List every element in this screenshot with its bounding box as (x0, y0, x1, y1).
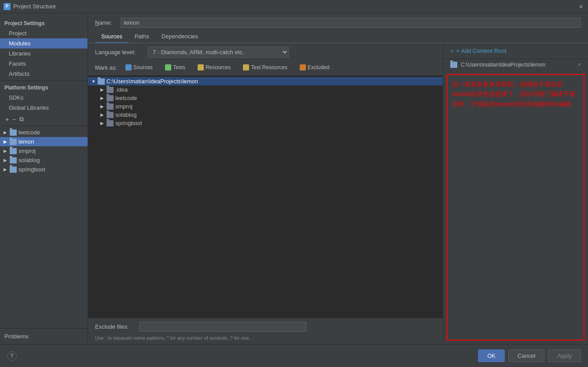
add-module-button[interactable]: + (4, 115, 11, 124)
mark-resources-button[interactable]: Resources (194, 63, 235, 72)
sidebar-item-global-libraries[interactable]: Global Libraries (0, 103, 88, 113)
root-path-label: C:\Users\matian\IdeaProjects\lemon (107, 78, 198, 85)
cancel-button[interactable]: Cancel (508, 349, 544, 362)
name-label: Name: (95, 19, 117, 26)
module-item-leetcode[interactable]: ▶ leetcode (0, 128, 88, 137)
name-input[interactable] (121, 18, 581, 28)
right-panel: Name: Sources Paths Dependencies Languag… (88, 13, 588, 344)
exclude-files-input[interactable] (139, 322, 306, 332)
tree-item-smproj[interactable]: ▶ smproj (88, 102, 443, 111)
sidebar-item-modules[interactable]: Modules (0, 38, 88, 48)
module-item-solablog[interactable]: ▶ solablog (0, 156, 88, 165)
apply-button[interactable]: Apply (548, 349, 581, 362)
resources-color-icon (198, 64, 204, 70)
tab-paths[interactable]: Paths (129, 30, 155, 43)
ok-button[interactable]: OK (478, 349, 505, 362)
sidebar-toolbar: + − ⧉ (0, 113, 88, 126)
sidebar-item-facets[interactable]: Facets (0, 59, 88, 69)
module-item-lemon[interactable]: ▶ lemon (0, 137, 88, 146)
sidebar-item-libraries[interactable]: Libraries (0, 48, 88, 59)
module-label: smproj (18, 148, 36, 154)
sidebar-item-artifacts[interactable]: Artifacts (0, 69, 88, 79)
mark-test-resources-button[interactable]: Test Resources (239, 63, 291, 72)
exclude-hint: Use ; to separate name patterns, * for a… (88, 335, 443, 344)
language-level-row: Language level: 7 - Diamonds, ARM, multi… (88, 43, 443, 61)
mark-sources-button[interactable]: Sources (121, 63, 157, 72)
mark-tests-button[interactable]: Tests (161, 63, 189, 72)
bottom-bar: ? OK Cancel Apply (0, 344, 588, 367)
add-content-root-button[interactable]: + + Add Content Root (443, 43, 588, 59)
tab-sources[interactable]: Sources (95, 30, 129, 43)
arrow-icon: ▶ (100, 96, 107, 100)
folder-icon (107, 120, 114, 126)
mark-excluded-label: Excluded (308, 64, 329, 70)
add-icon: + (450, 48, 454, 54)
tree-item-springboot[interactable]: ▶ springboot (88, 119, 443, 127)
folder-icon (107, 95, 114, 101)
mark-tests-label: Tests (173, 64, 185, 70)
tree-item-idea[interactable]: ▶ .idea (88, 85, 443, 94)
sidebar-item-problems[interactable]: Problems (4, 331, 83, 341)
folder-icon (10, 148, 17, 154)
content-root-path-text: C:\Users\matian\IdeaProjects\lemon (461, 62, 545, 68)
app-icon: P (4, 3, 11, 10)
folder-icon (10, 130, 17, 136)
copy-module-button[interactable]: ⧉ (18, 115, 26, 124)
sidebar-item-sdks[interactable]: SDKs (0, 93, 88, 103)
root-folder-icon (98, 78, 105, 85)
exclude-files-row: Exclude files: (88, 318, 443, 335)
help-button[interactable]: ? (7, 351, 17, 361)
folder-icon (10, 167, 17, 173)
folder-name-label: smproj (115, 103, 132, 110)
mark-as-label: Mark as: (95, 64, 117, 71)
language-level-select[interactable]: 7 - Diamonds, ARM, multi-catch etc. (148, 47, 289, 58)
sources-color-icon (125, 64, 132, 70)
module-item-springboot[interactable]: ▶ springboot (0, 165, 88, 174)
add-content-root-label: + Add Content Root (456, 48, 507, 54)
arrow-icon: ▶ (100, 112, 107, 117)
arrow-icon: ▶ (4, 158, 10, 163)
left-content: Language level: 7 - Diamonds, ARM, multi… (88, 43, 443, 344)
arrow-icon: ▶ (100, 87, 107, 92)
module-item-smproj[interactable]: ▶ smproj (0, 146, 88, 156)
language-level-label: Language level: (95, 49, 143, 56)
tree-item-leetcode[interactable]: ▶ leetcode (88, 94, 443, 102)
mark-sources-label: Sources (133, 64, 153, 70)
file-tree-panel: ▼ C:\Users\matian\IdeaProjects\lemon ▶ .… (88, 75, 443, 318)
mark-excluded-button[interactable]: Excluded (296, 63, 333, 72)
folder-icon (107, 112, 114, 118)
path-folder-icon (450, 62, 457, 68)
folder-icon (107, 104, 114, 110)
remove-module-button[interactable]: − (11, 115, 18, 124)
exclude-files-label: Exclude files: (95, 323, 135, 330)
sidebar: Project Settings Project Modules Librari… (0, 13, 88, 344)
tab-dependencies[interactable]: Dependencies (155, 30, 204, 43)
arrow-icon: ▶ (4, 167, 10, 172)
folder-icon (10, 157, 17, 163)
content-area: Language level: 7 - Diamonds, ARM, multi… (88, 43, 588, 344)
module-label: leetcode (18, 129, 40, 136)
close-icon[interactable]: × (577, 3, 584, 10)
tabs-row: Sources Paths Dependencies (88, 30, 588, 43)
remove-content-root-icon[interactable]: × (578, 62, 581, 68)
arrow-icon: ▶ (100, 121, 107, 126)
folder-icon (107, 87, 114, 93)
mark-test-resources-label: Test Resources (251, 64, 287, 70)
folder-name-label: springboot (115, 120, 142, 126)
folder-name-label: .idea (115, 86, 128, 93)
bottom-right: OK Cancel Apply (478, 349, 581, 362)
tree-item-solablog[interactable]: ▶ solablog (88, 111, 443, 119)
sidebar-item-project[interactable]: Project (0, 28, 88, 38)
title-bar-text: Project Structure (13, 3, 577, 10)
arrow-icon: ▶ (100, 104, 107, 109)
folder-name-label: leetcode (115, 95, 137, 101)
project-settings-label: Project Settings (0, 17, 88, 28)
bottom-left: ? (7, 351, 17, 361)
arrow-icon: ▶ (4, 148, 10, 153)
arrow-icon: ▶ (4, 130, 10, 135)
excluded-color-icon (300, 64, 306, 70)
platform-settings-label: Platform Settings (0, 81, 88, 93)
annotation-text: 这一块原来是有东西的，把我的子项目的source目录包括进来了，所以导致了编译子… (447, 74, 584, 341)
tree-item-root[interactable]: ▼ C:\Users\matian\IdeaProjects\lemon (88, 77, 443, 85)
arrow-icon: ▶ (4, 139, 10, 144)
